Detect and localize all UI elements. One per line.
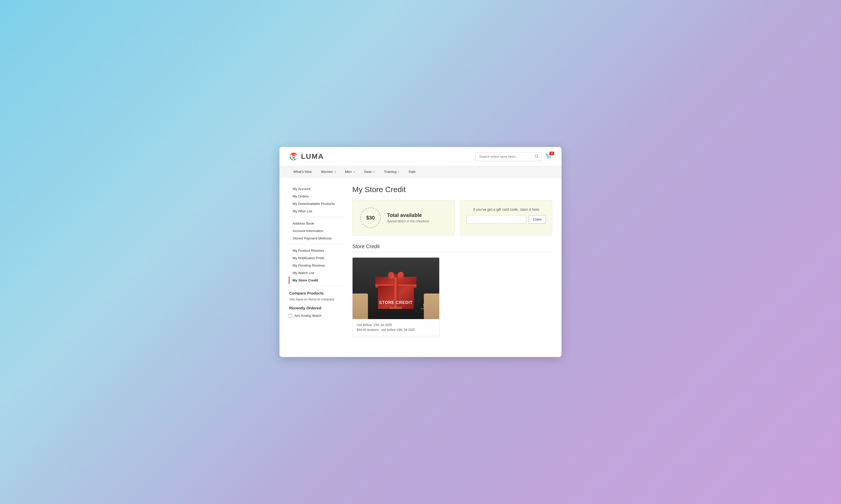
- gift-box-scene: STORE CREDIT Enclosed $30 BALANCE: [353, 258, 439, 319]
- recently-ordered-section: Recently Ordered Aim Analog Watch: [289, 306, 345, 319]
- nav-link-women[interactable]: Women ▾: [316, 166, 341, 177]
- search-input[interactable]: [476, 153, 532, 160]
- nav-bar: What's New Women ▾ Men ▾ Gear ▾ Training…: [279, 166, 562, 178]
- recently-ordered-title: Recently Ordered: [289, 306, 345, 310]
- sidebar-item-account-info[interactable]: Account Information: [289, 227, 345, 235]
- hands-left: [353, 293, 368, 319]
- sidebar: My Account My Orders My Downloadable Pro…: [289, 185, 345, 336]
- credit-available-box: $30 Total available Spend direct in the …: [352, 200, 455, 235]
- gift-box-bow: [388, 270, 404, 281]
- chevron-down-icon: ▾: [354, 170, 355, 174]
- compare-products-section: Compare Products You have no items to co…: [289, 291, 345, 301]
- header-right: 3: [475, 152, 552, 161]
- sidebar-group-2: Address Book Account Information Stored …: [289, 220, 345, 244]
- recently-ordered-item-label: Aim Analog Watch: [294, 314, 322, 318]
- sidebar-item-my-account[interactable]: My Account: [289, 185, 345, 193]
- svg-line-2: [537, 157, 538, 158]
- compare-products-title: Compare Products: [289, 291, 345, 295]
- cart-badge: 3: [549, 151, 554, 155]
- nav-link-training[interactable]: Training ▾: [379, 166, 404, 177]
- hands-right: [424, 293, 439, 319]
- gift-card-description: If you've got a gift card code, claim it…: [473, 208, 539, 212]
- credit-amount-circle: $30: [360, 208, 381, 228]
- total-available-label: Total available: [387, 212, 429, 218]
- sidebar-item-notification-prefs[interactable]: My Notification Prefs: [289, 254, 345, 262]
- sidebar-group-3: My Product Reviews My Notification Prefs…: [289, 247, 345, 286]
- nav-item-whats-new[interactable]: What's New: [289, 166, 316, 177]
- logo-area: LUMA: [289, 151, 324, 161]
- nav-item-training[interactable]: Training ▾: [379, 166, 404, 177]
- cart-icon-wrap: 3: [545, 152, 552, 161]
- sidebar-item-my-wish-list[interactable]: My Wish List: [289, 208, 345, 215]
- gift-card-details: Use before: 15th Jul 2025 $30.00 receive…: [353, 319, 439, 336]
- svg-point-4: [550, 158, 551, 158]
- gift-card-claim-box: If you've got a gift card code, claim it…: [460, 200, 552, 235]
- store-credit-section: Store Credit: [352, 244, 552, 336]
- sidebar-item-store-credit[interactable]: My Store Credit: [289, 276, 345, 284]
- sidebar-group-1: My Account My Orders My Downloadable Pro…: [289, 185, 345, 217]
- chevron-down-icon: ▾: [334, 170, 336, 174]
- content-area: My Store Credit $30 Total available Spen…: [352, 185, 552, 336]
- credit-cards-row: $30 Total available Spend direct in the …: [352, 200, 552, 235]
- nav-link-men[interactable]: Men ▾: [341, 166, 359, 177]
- sidebar-item-watch-list[interactable]: My Watch List: [289, 269, 345, 276]
- logo-text: LUMA: [301, 152, 324, 161]
- gift-card-input-row: Claim: [466, 215, 546, 223]
- page-title: My Store Credit: [352, 185, 552, 194]
- sidebar-item-my-downloadable[interactable]: My Downloadable Products: [289, 200, 345, 208]
- credit-info: Total available Spend direct in the chec…: [387, 212, 429, 223]
- nav-link-gear[interactable]: Gear ▾: [359, 166, 379, 177]
- use-before-text: Use before: 15th Jul 2025: [357, 323, 435, 327]
- nav-item-men[interactable]: Men ▾: [341, 166, 359, 177]
- sidebar-item-address-book[interactable]: Address Book: [289, 220, 345, 227]
- store-credit-title: Store Credit: [352, 244, 552, 252]
- sidebar-item-pending-reviews[interactable]: My Pending Reviews: [289, 262, 345, 269]
- cart-button[interactable]: 3: [545, 152, 552, 161]
- nav-item-gear[interactable]: Gear ▾: [359, 166, 379, 177]
- claim-button[interactable]: Claim: [529, 215, 546, 223]
- gift-card-visual: STORE CREDIT Enclosed $30 BALANCE Use be…: [352, 257, 440, 336]
- compare-products-empty: You have no items to compare.: [289, 297, 345, 301]
- nav-link-sale[interactable]: Sale: [404, 166, 420, 177]
- gift-card-code-input[interactable]: [466, 215, 526, 223]
- sidebar-item-payment-methods[interactable]: Stored Payment Methods: [289, 235, 345, 242]
- header: LUMA 3: [279, 147, 562, 166]
- spend-label: Spend direct in the checkout: [387, 219, 429, 223]
- chevron-down-icon: ▾: [398, 170, 399, 174]
- chevron-down-icon: ▾: [373, 170, 375, 174]
- browser-window: LUMA 3: [279, 147, 562, 357]
- search-button[interactable]: [532, 152, 541, 161]
- recently-ordered-item: Aim Analog Watch: [289, 313, 345, 319]
- received-text: $30.00 received , use before 15th Jul 20…: [357, 327, 435, 332]
- sidebar-item-my-orders[interactable]: My Orders: [289, 193, 345, 200]
- nav-item-women[interactable]: Women ▾: [316, 166, 341, 177]
- svg-point-3: [548, 158, 548, 158]
- nav-item-sale[interactable]: Sale: [404, 166, 420, 177]
- main-layout: My Account My Orders My Downloadable Pro…: [279, 178, 562, 344]
- sidebar-item-product-reviews[interactable]: My Product Reviews: [289, 247, 345, 254]
- luma-logo-icon: [289, 151, 298, 161]
- bow-center: [394, 274, 398, 277]
- gift-card-image: STORE CREDIT Enclosed $30 BALANCE: [353, 258, 439, 319]
- nav-link-whats-new[interactable]: What's New: [289, 166, 316, 177]
- search-icon: [535, 154, 539, 158]
- search-bar: [475, 152, 542, 161]
- recently-ordered-checkbox[interactable]: [289, 314, 292, 318]
